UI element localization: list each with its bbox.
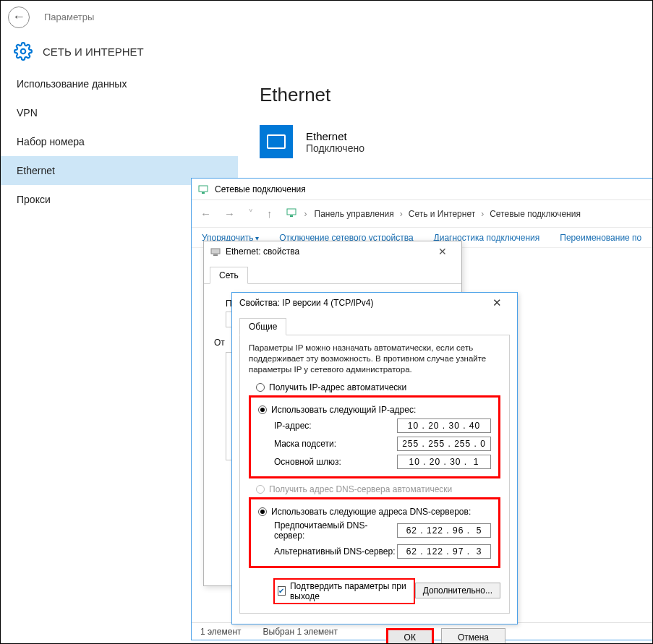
alternate-dns-input[interactable] [397,544,491,559]
page-heading: Ethernet [260,84,631,106]
toolbar-rename[interactable]: Переименование по [560,233,641,243]
advanced-button[interactable]: Дополнительно... [415,583,500,598]
radio-dns-manual[interactable]: Использовать следующие адреса DNS-сервер… [258,507,491,517]
adapter-name: Ethernet [306,130,364,142]
adapter-status: Подключено [306,142,364,154]
svg-rect-3 [287,209,296,215]
gateway-input[interactable] [397,455,491,469]
ip-label: IP-адрес: [274,421,312,431]
radio-label: Получить IP-адрес автоматически [269,382,406,392]
radio-icon [258,405,267,414]
radio-ip-manual[interactable]: Использовать следующий IP-адрес: [258,405,491,415]
chevron-down-icon[interactable]: ˅ [245,207,257,220]
checkbox-icon: ✔ [278,586,286,596]
monitor-icon [260,125,293,158]
explorer-title: Сетевые подключения [215,184,306,194]
svg-rect-2 [202,192,205,194]
dialog-title: Ethernet: свойства [226,246,299,257]
network-icon [286,207,297,220]
ok-button[interactable]: ОК [386,628,434,644]
radio-icon [256,383,265,392]
breadcrumb-item[interactable]: Панель управления [315,209,394,219]
validate-checkbox[interactable]: ✔ Подтвердить параметры при выходе [273,578,415,604]
dialog-title: Свойства: IP версии 4 (TCP/IPv4) [239,298,374,308]
mask-label: Маска подсети: [274,439,336,449]
ipv4-properties-dialog: Свойства: IP версии 4 (TCP/IPv4) ✕ Общие… [231,292,518,624]
validate-label: Подтвердить параметры при выходе [290,581,411,601]
description-text: Параметры IP можно назначать автоматичес… [249,343,500,375]
nav-up-icon[interactable]: ↑ [264,207,276,220]
tab-network[interactable]: Сеть [210,267,248,284]
back-button[interactable]: ← [8,7,30,28]
radio-dns-auto: Получить адрес DNS-сервера автоматически [256,484,500,494]
radio-label: Использовать следующий IP-адрес: [271,405,416,415]
app-title: Параметры [44,12,94,22]
sidebar-item-vpn[interactable]: VPN [1,98,238,127]
sidebar-item-data-usage[interactable]: Использование данных [1,69,238,98]
highlight-ip-section: Использовать следующий IP-адрес: IP-адре… [249,395,500,478]
breadcrumb-item[interactable]: Сеть и Интернет [409,209,475,219]
breadcrumb-item[interactable]: Сетевые подключения [490,209,581,219]
nav-forward-icon[interactable]: → [221,207,238,220]
preferred-dns-input[interactable] [397,523,491,538]
subnet-mask-input[interactable] [397,437,491,451]
cancel-button[interactable]: Отмена [441,628,505,644]
network-icon [197,184,209,195]
gateway-label: Основной шлюз: [274,457,341,467]
close-icon[interactable]: ✕ [484,296,510,309]
adapter-icon [210,246,221,257]
preferred-dns-label: Предпочитаемый DNS-сервер: [274,520,397,541]
svg-rect-6 [213,254,218,256]
radio-icon [256,485,265,494]
category-title: СЕТЬ И ИНТЕРНЕТ [43,46,144,58]
tab-general[interactable]: Общие [239,318,286,335]
svg-rect-4 [290,215,293,217]
breadcrumb: Панель управления› Сеть и Интернет› Сете… [315,209,581,219]
nav-back-icon[interactable]: ← [197,207,214,220]
radio-icon [258,507,267,516]
svg-point-0 [21,49,26,54]
svg-rect-5 [211,249,220,254]
radio-label: Использовать следующие адреса DNS-сервер… [271,507,471,517]
alternate-dns-label: Альтернативный DNS-сервер: [274,546,396,557]
adapter-item[interactable]: Ethernet Подключено [260,125,631,158]
sidebar-item-dialup[interactable]: Набор номера [1,127,238,156]
radio-label: Получить адрес DNS-сервера автоматически [269,484,452,494]
close-icon[interactable]: ✕ [430,246,456,257]
highlight-dns-section: Использовать следующие адреса DNS-сервер… [249,497,500,568]
ip-address-input[interactable] [397,418,491,433]
gear-icon [14,42,33,61]
radio-ip-auto[interactable]: Получить IP-адрес автоматически [256,382,500,392]
svg-rect-1 [199,186,208,192]
